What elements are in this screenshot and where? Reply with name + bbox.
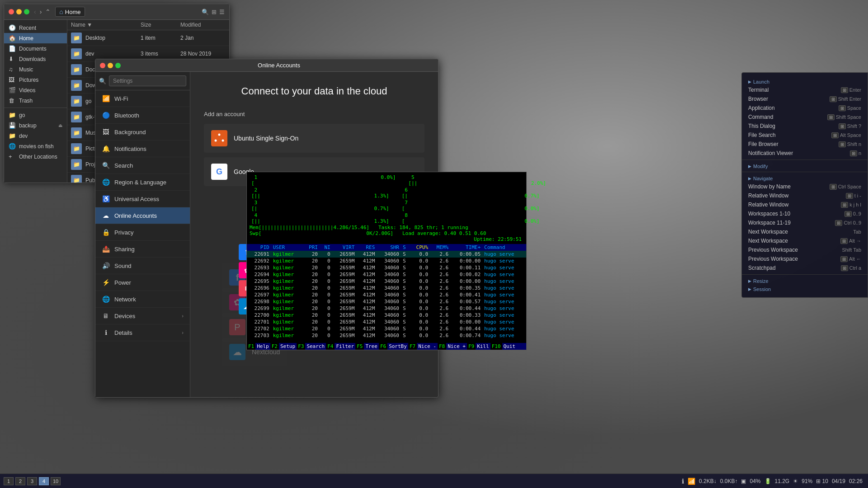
launch-item-command[interactable]: Command ⊞ Shift Space	[742, 113, 868, 122]
f8-key[interactable]: F8	[438, 343, 446, 350]
f2-key[interactable]: F2	[270, 343, 279, 350]
settings-nav-online-accounts[interactable]: ☁ Online Accounts	[95, 207, 190, 224]
settings-nav-search[interactable]: 🔍 Search	[95, 157, 190, 174]
account-item-ubuntu[interactable]: Ubuntu Single Sign-On	[204, 124, 425, 153]
launch-item-next-workspace-2[interactable]: Next Workspace ⊞ Alt →	[742, 236, 868, 245]
search-icon[interactable]: 🔍	[202, 9, 209, 15]
close-button[interactable]	[100, 63, 105, 68]
settings-nav-sound[interactable]: 🔊 Sound	[95, 258, 190, 274]
launch-item-this-dialog[interactable]: This Dialog ⊞ Shift ?	[742, 122, 868, 131]
settings-nav-network[interactable]: 🌐 Network	[95, 291, 190, 308]
sidebar-item-other-locations[interactable]: + Other Locations	[4, 151, 67, 162]
workspace-3[interactable]: 3	[27, 477, 37, 485]
sidebar-item-backup[interactable]: 💾 backup ⏏	[4, 120, 67, 131]
f3-key[interactable]: F3	[297, 343, 305, 350]
workspace-1[interactable]: 1	[4, 477, 14, 485]
f10-key[interactable]: F10	[491, 343, 502, 350]
location-bar[interactable]: ⌂ Home	[55, 7, 85, 17]
maximize-button[interactable]	[24, 9, 29, 14]
launch-item-relative-window-2[interactable]: Relative Window ⊞ k j h l	[742, 200, 868, 209]
sidebar-item-trash[interactable]: 🗑 Trash	[4, 95, 67, 106]
f9-key[interactable]: F9	[467, 343, 476, 350]
htop-process-row[interactable]: 22691kgilmer2002659M412M34060S0.02.60:00…	[247, 251, 526, 258]
htop-process-row[interactable]: 22703kgilmer2002659M412M34060S0.02.60:00…	[247, 332, 526, 339]
workspace-10[interactable]: 10	[51, 477, 61, 485]
settings-nav-wifi[interactable]: 📶 Wi-Fi	[95, 90, 190, 107]
htop-process-row[interactable]: 22697kgilmer2002659M412M34060S0.02.60:00…	[247, 291, 526, 298]
launch-item-application[interactable]: Application ⊞ Space	[742, 103, 868, 113]
sidebar-item-recent[interactable]: 🕐 Recent	[4, 23, 67, 33]
launch-item-notification-viewer[interactable]: Notification Viewer ⊞ n	[742, 149, 868, 158]
sidebar-item-movies-on-fish[interactable]: 🌐 movies on fish	[4, 141, 67, 151]
sidebar-item-downloads[interactable]: ⬇ Downloads	[4, 54, 67, 64]
htop-process-row[interactable]: 22695kgilmer2002659M412M34060S0.02.60:00…	[247, 278, 526, 285]
htop-process-row[interactable]: 22698kgilmer2002659M412M34060S0.02.60:00…	[247, 298, 526, 305]
settings-nav-details[interactable]: ℹ Details ›	[95, 324, 190, 341]
launch-item-workspaces-1-10[interactable]: Workspaces 1-10 ⊞ 0..9	[742, 209, 868, 218]
f7-key[interactable]: F7	[408, 343, 417, 350]
settings-nav-universal-access[interactable]: ♿ Universal Access	[95, 191, 190, 207]
htop-process-row[interactable]: 22700kgilmer2002659M412M34060S0.02.60:00…	[247, 312, 526, 319]
settings-nav-privacy[interactable]: 🔒 Privacy	[95, 224, 190, 241]
htop-process-row[interactable]: 22702kgilmer2002659M412M34060S0.02.60:00…	[247, 325, 526, 332]
settings-nav-bluetooth[interactable]: 🔵 Bluetooth	[95, 107, 190, 124]
universal-access-icon: ♿	[102, 195, 110, 202]
settings-search-input[interactable]	[109, 75, 186, 86]
sidebar-item-dev[interactable]: 📁 dev	[4, 131, 67, 141]
column-name[interactable]: Name ▼	[71, 22, 137, 28]
workspace-4[interactable]: 4	[39, 477, 49, 485]
settings-nav-background[interactable]: 🖼 Background	[95, 124, 190, 141]
launch-item-prev-workspace-1[interactable]: Previous Workspace Shift Tab	[742, 245, 868, 254]
htop-process-row[interactable]: 22692kgilmer2002659M412M34060S0.02.60:00…	[247, 258, 526, 264]
f6-key[interactable]: F6	[379, 343, 387, 350]
launch-item-file-search[interactable]: File Search ⊞ Alt Space	[742, 131, 868, 140]
settings-nav-region[interactable]: 🌐 Region & Language	[95, 174, 190, 191]
htop-process-row[interactable]: 22693kgilmer2002659M412M34060S0.02.60:00…	[247, 264, 526, 271]
forward-button[interactable]: ›	[39, 8, 43, 15]
up-button[interactable]: ⌃	[44, 8, 52, 15]
cell: 0:00.44	[450, 325, 482, 332]
info-icon[interactable]: ℹ	[682, 478, 684, 485]
launch-item-relative-window-1[interactable]: Relative Window ⊞ t i -	[742, 191, 868, 200]
menu-icon[interactable]: ☰	[219, 9, 225, 15]
apps-icon[interactable]: ⊞	[212, 9, 217, 15]
htop-process-row[interactable]: 22694kgilmer2002659M412M34060S0.02.60:00…	[247, 271, 526, 278]
eject-icon[interactable]: ⏏	[58, 123, 62, 128]
htop-process-row[interactable]: 22699kgilmer2002659M412M34060S0.02.60:00…	[247, 305, 526, 312]
settings-nav-power[interactable]: ⚡ Power	[95, 274, 190, 291]
minimize-button[interactable]	[108, 63, 113, 68]
sidebar-item-videos[interactable]: 🎬 Videos	[4, 85, 67, 95]
workspace-2[interactable]: 2	[15, 477, 25, 485]
sidebar-item-go[interactable]: 📁 go	[4, 110, 67, 120]
cell: 2.6	[430, 319, 450, 325]
f1-key[interactable]: F1	[247, 343, 255, 350]
column-modified[interactable]: Modified	[180, 22, 226, 28]
f5-key[interactable]: F5	[355, 343, 364, 350]
minimize-button[interactable]	[16, 9, 22, 14]
launch-item-terminal[interactable]: Terminal ⊞ Enter	[742, 85, 868, 94]
column-size[interactable]: Size	[141, 22, 177, 28]
launch-item-workspace-11-19[interactable]: Workspace 11-19 ⊞ Ctrl 0..9	[742, 218, 868, 227]
launch-item-browser[interactable]: Browser ⊞ Shift Enter	[742, 94, 868, 103]
sidebar-item-documents[interactable]: 📄 Documents	[4, 43, 67, 54]
f4-key[interactable]: F4	[326, 343, 335, 350]
launch-item-window-by-name[interactable]: Window by Name ⊞ Ctrl Space	[742, 182, 868, 191]
settings-nav-devices[interactable]: 🖥 Devices ›	[95, 308, 190, 324]
settings-nav-notifications[interactable]: 🔔 Notifications	[95, 141, 190, 157]
launch-item-file-browser[interactable]: File Browser ⊞ Shift n	[742, 140, 868, 149]
htop-process-row[interactable]: 22701kgilmer2002659M412M34060S0.02.60:00…	[247, 319, 526, 325]
sidebar-item-home[interactable]: 🏠 Home	[4, 33, 67, 43]
launch-item-next-workspace-1[interactable]: Next Workspace Tab	[742, 227, 868, 236]
table-row[interactable]: 📁 Desktop 1 item 2 Jan	[67, 30, 229, 46]
maximize-button[interactable]	[115, 63, 121, 68]
launch-item-scratchpad[interactable]: Scratchpad ⊞ Ctrl a	[742, 263, 868, 272]
htop-process-row[interactable]: 22696kgilmer2002659M412M34060S0.02.60:00…	[247, 285, 526, 291]
sidebar-item-music[interactable]: ♫ Music	[4, 64, 67, 75]
nav-item-label: Sharing	[114, 246, 135, 253]
settings-nav-sharing[interactable]: 📤 Sharing	[95, 241, 190, 258]
user: kgilmer	[271, 312, 303, 319]
launch-item-prev-workspace-2[interactable]: Previous Workspace ⊞ Alt ←	[742, 254, 868, 263]
back-button[interactable]: ‹	[33, 8, 37, 15]
close-button[interactable]	[9, 9, 14, 14]
sidebar-item-pictures[interactable]: 🖼 Pictures	[4, 75, 67, 85]
